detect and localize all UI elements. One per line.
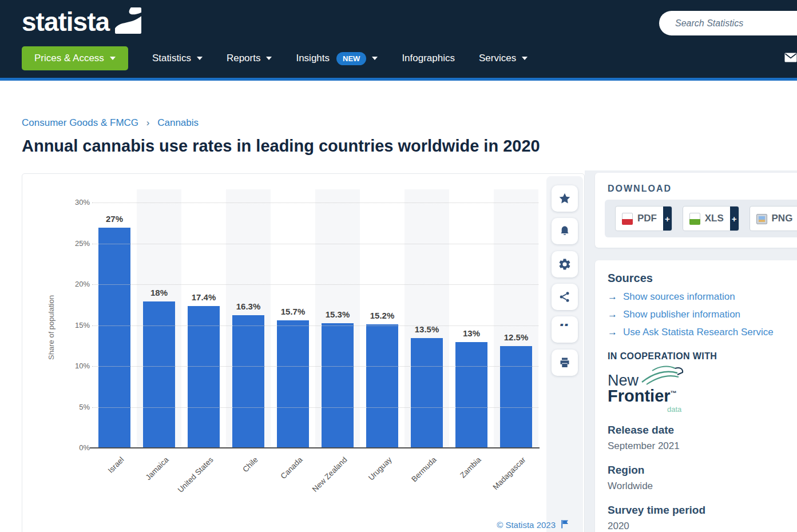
y-axis-title: Share of population [47, 282, 55, 374]
download-buttons: PDF+XLS+PNG+ [605, 200, 797, 237]
share-icon [558, 290, 572, 304]
statista-logo-text: statista [22, 7, 109, 37]
gridline [92, 407, 538, 408]
nav-item-reports[interactable]: Reports [227, 53, 272, 64]
arrow-right-icon: → [608, 291, 617, 303]
alert-bell-button[interactable] [552, 218, 578, 244]
y-tick-label: 10% [55, 362, 90, 370]
bar-value-label: 15.3% [315, 309, 360, 319]
favorite-star-icon [558, 192, 572, 205]
bar-new-zealand[interactable] [322, 323, 354, 448]
chart-column-bermuda: 13.5%Bermuda [405, 189, 449, 448]
sources-title: Sources [608, 272, 797, 285]
bar-value-label: 12.5% [494, 332, 538, 342]
chart-column-united-states: 17.4%United States [181, 189, 226, 448]
bar-value-label: 13.5% [405, 324, 449, 334]
mail-icon[interactable] [784, 53, 797, 65]
report-flag-icon[interactable] [561, 519, 569, 530]
chart-column-israel: 27%Israel [92, 189, 137, 448]
gridline [92, 284, 538, 285]
print-icon [558, 356, 572, 370]
new-frontier-logo[interactable]: New Frontier™ data [608, 365, 797, 412]
nav-item-statistics[interactable]: Statistics [152, 53, 203, 64]
nav-menu: Prices & AccessStatisticsReportsInsights… [22, 46, 528, 70]
bar-value-label: 15.7% [271, 307, 315, 316]
settings-gear-button[interactable] [552, 251, 578, 277]
nav-item-infographics[interactable]: Infographics [402, 53, 455, 64]
bar-chile[interactable] [232, 315, 264, 448]
bar-value-label: 17.4% [181, 292, 226, 302]
statista-logo[interactable]: statista [22, 7, 141, 37]
meta-value-release-date: September 2021 [608, 440, 797, 452]
meta-label-region: Region [608, 464, 797, 477]
search-box [659, 11, 797, 35]
xls-file-icon [689, 213, 700, 225]
source-link-use-ask-statista-research-service[interactable]: →Use Ask Statista Research Service [608, 327, 797, 338]
chart-column-zambia: 13%Zambia [449, 189, 494, 448]
nav-item-services[interactable]: Services [479, 53, 528, 64]
breadcrumb-consumer-goods[interactable]: Consumer Goods & FMCG [22, 117, 138, 128]
bar-chart-plot: 27%Israel18%Jamaica17.4%United States16.… [92, 189, 538, 448]
breadcrumb-cannabis[interactable]: Cannabis [157, 117, 199, 128]
bar-value-label: 18% [137, 288, 181, 297]
copyright-text[interactable]: © Statista 2023 [497, 520, 556, 530]
bar-madagascar[interactable] [500, 346, 532, 448]
bar-jamaica[interactable] [143, 301, 175, 448]
chevron-down-icon [197, 57, 203, 60]
source-link-show-publisher-information[interactable]: →Show publisher information [608, 309, 797, 320]
download-xls-button[interactable]: XLS+ [683, 206, 739, 231]
bar-zambia[interactable] [455, 342, 487, 448]
chart-copyright[interactable]: © Statista 2023 [497, 519, 569, 530]
nav-item-insights[interactable]: InsightsNEW [296, 52, 378, 65]
nav-item-label: Reports [227, 53, 261, 64]
gridline [92, 366, 538, 367]
breadcrumb: Consumer Goods & FMCG › Cannabis [22, 117, 199, 129]
meta-label-survey-time-period: Survey time period [608, 504, 797, 517]
top-navigation-bar: statista Prices & AccessStatisticsReport… [0, 0, 797, 81]
search-input[interactable] [675, 18, 797, 29]
page-title: Annual cannabis use rates in leading cou… [22, 137, 540, 156]
statista-logo-mark-icon [115, 7, 141, 36]
source-link-label: Show publisher information [623, 309, 740, 320]
cite-quote-button[interactable]: “ [552, 316, 578, 343]
chevron-down-icon [522, 57, 528, 60]
chevron-down-icon [110, 57, 116, 60]
arrow-right-icon: → [608, 327, 617, 338]
bar-canada[interactable] [277, 320, 309, 449]
gridline [92, 203, 538, 203]
bar-uruguay[interactable] [366, 324, 398, 448]
new-frontier-logo-frontier: Frontier™ [608, 387, 677, 406]
chart-card: Share of population 27%Israel18%Jamaica1… [22, 173, 585, 532]
y-tick-label: 25% [55, 239, 90, 248]
nav-item-label: Statistics [152, 53, 191, 64]
download-button-label: PDF [637, 213, 657, 224]
bar-israel[interactable] [98, 228, 130, 448]
download-png-button[interactable]: PNG+ [750, 206, 797, 231]
download-xls-plus-button[interactable]: + [730, 206, 739, 231]
y-tick-label: 30% [55, 198, 90, 207]
y-tick-label: 15% [55, 321, 90, 329]
bar-value-label: 15.2% [360, 311, 405, 320]
chart-column-canada: 15.7%Canada [271, 189, 315, 448]
new-frontier-logo-data: data [667, 405, 681, 414]
page: statista Prices & AccessStatisticsReport… [0, 0, 797, 532]
nav-item-label: Services [479, 53, 516, 64]
download-pdf-plus-button[interactable]: + [663, 206, 672, 231]
bar-bermuda[interactable] [411, 338, 443, 448]
bar-columns: 27%Israel18%Jamaica17.4%United States16.… [92, 189, 538, 448]
y-tick-label: 0% [55, 443, 90, 452]
download-title: DOWNLOAD [608, 184, 672, 194]
download-card: DOWNLOAD PDF+XLS+PNG+ [595, 173, 797, 248]
nav-item-label: Insights [296, 53, 330, 64]
alert-bell-icon [558, 224, 572, 238]
download-pdf-button[interactable]: PDF+ [615, 206, 672, 231]
favorite-star-button[interactable] [552, 185, 578, 212]
nav-item-prices-access[interactable]: Prices & Access [22, 46, 128, 70]
print-button[interactable] [552, 350, 578, 376]
bar-united-states[interactable] [188, 306, 220, 448]
chart-toolbar: “ [546, 176, 583, 532]
source-link-show-sources-information[interactable]: →Show sources information [608, 291, 797, 303]
chevron-down-icon [372, 57, 378, 60]
png-file-icon [756, 214, 767, 224]
share-button[interactable] [552, 284, 578, 310]
